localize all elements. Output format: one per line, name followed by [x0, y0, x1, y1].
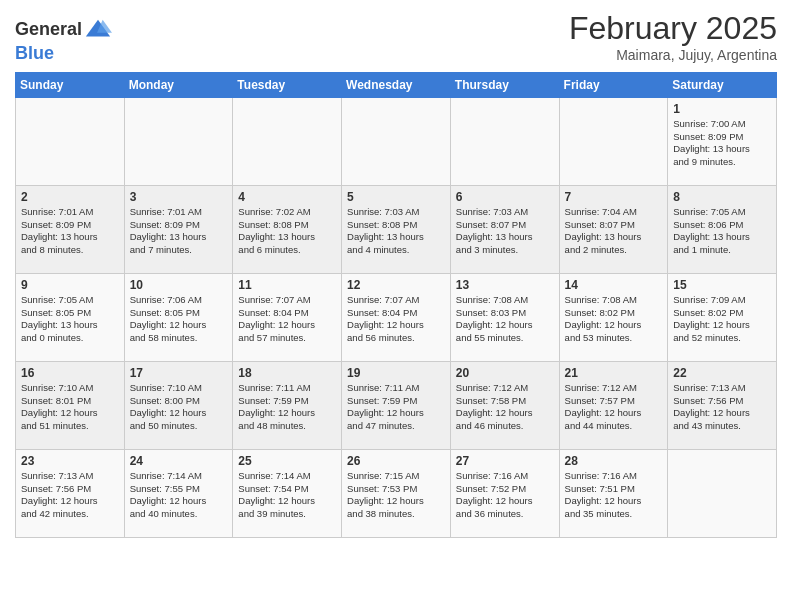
weekday-header-tuesday: Tuesday — [233, 72, 342, 97]
day-info: Sunrise: 7:10 AMSunset: 8:01 PMDaylight:… — [21, 382, 119, 433]
day-number: 26 — [347, 454, 445, 468]
page-header: General Blue February 2025 Maimara, Juju… — [15, 10, 777, 64]
calendar-cell: 1Sunrise: 7:00 AMSunset: 8:09 PMDaylight… — [668, 97, 777, 185]
day-number: 5 — [347, 190, 445, 204]
day-info: Sunrise: 7:02 AMSunset: 8:08 PMDaylight:… — [238, 206, 336, 257]
calendar-cell: 9Sunrise: 7:05 AMSunset: 8:05 PMDaylight… — [16, 273, 125, 361]
day-number: 6 — [456, 190, 554, 204]
logo-blue-text: Blue — [15, 44, 112, 64]
weekday-header-monday: Monday — [124, 72, 233, 97]
calendar-cell: 8Sunrise: 7:05 AMSunset: 8:06 PMDaylight… — [668, 185, 777, 273]
calendar-week-5: 23Sunrise: 7:13 AMSunset: 7:56 PMDayligh… — [16, 449, 777, 537]
day-number: 18 — [238, 366, 336, 380]
day-info: Sunrise: 7:03 AMSunset: 8:08 PMDaylight:… — [347, 206, 445, 257]
calendar-cell: 20Sunrise: 7:12 AMSunset: 7:58 PMDayligh… — [450, 361, 559, 449]
day-info: Sunrise: 7:01 AMSunset: 8:09 PMDaylight:… — [130, 206, 228, 257]
calendar-cell — [668, 449, 777, 537]
day-info: Sunrise: 7:00 AMSunset: 8:09 PMDaylight:… — [673, 118, 771, 169]
day-number: 23 — [21, 454, 119, 468]
weekday-header-saturday: Saturday — [668, 72, 777, 97]
day-number: 12 — [347, 278, 445, 292]
day-number: 7 — [565, 190, 663, 204]
day-info: Sunrise: 7:11 AMSunset: 7:59 PMDaylight:… — [347, 382, 445, 433]
title-area: February 2025 Maimara, Jujuy, Argentina — [569, 10, 777, 63]
calendar-cell: 17Sunrise: 7:10 AMSunset: 8:00 PMDayligh… — [124, 361, 233, 449]
calendar-cell: 21Sunrise: 7:12 AMSunset: 7:57 PMDayligh… — [559, 361, 668, 449]
calendar-cell: 26Sunrise: 7:15 AMSunset: 7:53 PMDayligh… — [342, 449, 451, 537]
calendar-cell — [233, 97, 342, 185]
calendar-table: SundayMondayTuesdayWednesdayThursdayFrid… — [15, 72, 777, 538]
calendar-cell: 28Sunrise: 7:16 AMSunset: 7:51 PMDayligh… — [559, 449, 668, 537]
day-info: Sunrise: 7:16 AMSunset: 7:52 PMDaylight:… — [456, 470, 554, 521]
calendar-cell — [16, 97, 125, 185]
day-number: 19 — [347, 366, 445, 380]
day-number: 20 — [456, 366, 554, 380]
day-info: Sunrise: 7:08 AMSunset: 8:03 PMDaylight:… — [456, 294, 554, 345]
day-number: 4 — [238, 190, 336, 204]
calendar-cell: 3Sunrise: 7:01 AMSunset: 8:09 PMDaylight… — [124, 185, 233, 273]
calendar-week-3: 9Sunrise: 7:05 AMSunset: 8:05 PMDaylight… — [16, 273, 777, 361]
calendar-week-1: 1Sunrise: 7:00 AMSunset: 8:09 PMDaylight… — [16, 97, 777, 185]
calendar-cell: 18Sunrise: 7:11 AMSunset: 7:59 PMDayligh… — [233, 361, 342, 449]
day-info: Sunrise: 7:11 AMSunset: 7:59 PMDaylight:… — [238, 382, 336, 433]
weekday-header-wednesday: Wednesday — [342, 72, 451, 97]
day-number: 10 — [130, 278, 228, 292]
calendar-cell: 19Sunrise: 7:11 AMSunset: 7:59 PMDayligh… — [342, 361, 451, 449]
day-info: Sunrise: 7:13 AMSunset: 7:56 PMDaylight:… — [21, 470, 119, 521]
day-number: 17 — [130, 366, 228, 380]
calendar-cell: 24Sunrise: 7:14 AMSunset: 7:55 PMDayligh… — [124, 449, 233, 537]
day-info: Sunrise: 7:15 AMSunset: 7:53 PMDaylight:… — [347, 470, 445, 521]
calendar-cell: 23Sunrise: 7:13 AMSunset: 7:56 PMDayligh… — [16, 449, 125, 537]
day-number: 14 — [565, 278, 663, 292]
day-number: 22 — [673, 366, 771, 380]
calendar-cell — [450, 97, 559, 185]
day-number: 16 — [21, 366, 119, 380]
calendar-cell: 11Sunrise: 7:07 AMSunset: 8:04 PMDayligh… — [233, 273, 342, 361]
day-info: Sunrise: 7:04 AMSunset: 8:07 PMDaylight:… — [565, 206, 663, 257]
day-info: Sunrise: 7:13 AMSunset: 7:56 PMDaylight:… — [673, 382, 771, 433]
day-info: Sunrise: 7:09 AMSunset: 8:02 PMDaylight:… — [673, 294, 771, 345]
day-number: 13 — [456, 278, 554, 292]
day-number: 3 — [130, 190, 228, 204]
day-info: Sunrise: 7:12 AMSunset: 7:57 PMDaylight:… — [565, 382, 663, 433]
calendar-cell: 16Sunrise: 7:10 AMSunset: 8:01 PMDayligh… — [16, 361, 125, 449]
day-info: Sunrise: 7:05 AMSunset: 8:05 PMDaylight:… — [21, 294, 119, 345]
day-info: Sunrise: 7:14 AMSunset: 7:54 PMDaylight:… — [238, 470, 336, 521]
logo-general-text: General — [15, 20, 82, 40]
calendar-cell: 12Sunrise: 7:07 AMSunset: 8:04 PMDayligh… — [342, 273, 451, 361]
day-info: Sunrise: 7:07 AMSunset: 8:04 PMDaylight:… — [347, 294, 445, 345]
day-number: 21 — [565, 366, 663, 380]
day-info: Sunrise: 7:05 AMSunset: 8:06 PMDaylight:… — [673, 206, 771, 257]
calendar-cell: 2Sunrise: 7:01 AMSunset: 8:09 PMDaylight… — [16, 185, 125, 273]
calendar-week-4: 16Sunrise: 7:10 AMSunset: 8:01 PMDayligh… — [16, 361, 777, 449]
weekday-header-friday: Friday — [559, 72, 668, 97]
day-number: 24 — [130, 454, 228, 468]
calendar-cell: 15Sunrise: 7:09 AMSunset: 8:02 PMDayligh… — [668, 273, 777, 361]
calendar-cell: 14Sunrise: 7:08 AMSunset: 8:02 PMDayligh… — [559, 273, 668, 361]
calendar-cell: 4Sunrise: 7:02 AMSunset: 8:08 PMDaylight… — [233, 185, 342, 273]
day-info: Sunrise: 7:14 AMSunset: 7:55 PMDaylight:… — [130, 470, 228, 521]
calendar-cell: 25Sunrise: 7:14 AMSunset: 7:54 PMDayligh… — [233, 449, 342, 537]
calendar-cell: 5Sunrise: 7:03 AMSunset: 8:08 PMDaylight… — [342, 185, 451, 273]
location-subtitle: Maimara, Jujuy, Argentina — [569, 47, 777, 63]
day-info: Sunrise: 7:03 AMSunset: 8:07 PMDaylight:… — [456, 206, 554, 257]
calendar-cell: 27Sunrise: 7:16 AMSunset: 7:52 PMDayligh… — [450, 449, 559, 537]
day-info: Sunrise: 7:07 AMSunset: 8:04 PMDaylight:… — [238, 294, 336, 345]
calendar-cell — [342, 97, 451, 185]
day-number: 11 — [238, 278, 336, 292]
calendar-cell: 7Sunrise: 7:04 AMSunset: 8:07 PMDaylight… — [559, 185, 668, 273]
month-title: February 2025 — [569, 10, 777, 47]
day-info: Sunrise: 7:01 AMSunset: 8:09 PMDaylight:… — [21, 206, 119, 257]
calendar-cell — [124, 97, 233, 185]
calendar-cell: 10Sunrise: 7:06 AMSunset: 8:05 PMDayligh… — [124, 273, 233, 361]
day-info: Sunrise: 7:16 AMSunset: 7:51 PMDaylight:… — [565, 470, 663, 521]
day-number: 28 — [565, 454, 663, 468]
logo-icon — [84, 16, 112, 44]
day-info: Sunrise: 7:06 AMSunset: 8:05 PMDaylight:… — [130, 294, 228, 345]
day-number: 2 — [21, 190, 119, 204]
calendar-cell — [559, 97, 668, 185]
calendar-cell: 13Sunrise: 7:08 AMSunset: 8:03 PMDayligh… — [450, 273, 559, 361]
day-number: 25 — [238, 454, 336, 468]
weekday-header-thursday: Thursday — [450, 72, 559, 97]
day-info: Sunrise: 7:10 AMSunset: 8:00 PMDaylight:… — [130, 382, 228, 433]
